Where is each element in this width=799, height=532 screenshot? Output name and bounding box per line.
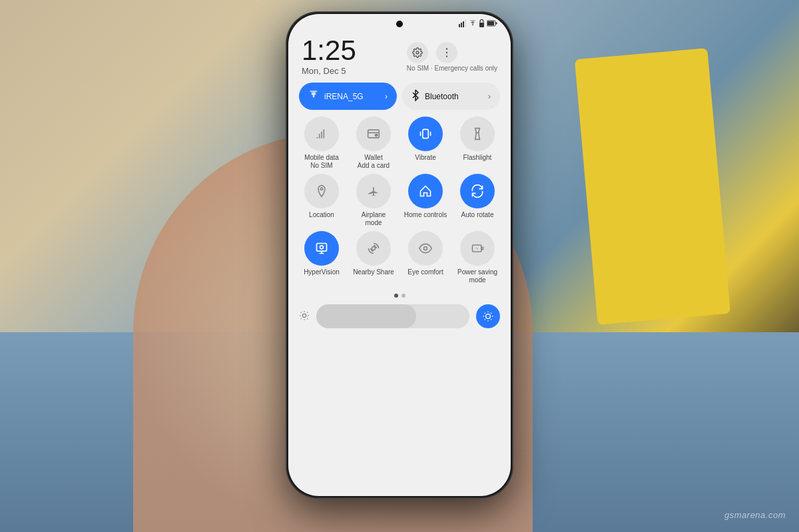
home-controls-label: Home controls — [404, 211, 447, 219]
bg-yellow-decor — [575, 48, 730, 325]
svg-point-15 — [320, 188, 322, 190]
wifi-tile-arrow: › — [385, 92, 388, 101]
mobile-data-label: Mobile dataNo SIM — [304, 154, 339, 170]
brightness-slider[interactable] — [316, 304, 469, 328]
battery-save-icon — [460, 231, 495, 266]
svg-rect-4 — [479, 23, 484, 27]
auto-rotate-tile[interactable]: Auto rotate — [453, 174, 501, 227]
wallet-tile[interactable]: WalletAdd a card — [350, 117, 398, 170]
eye-comfort-tile[interactable]: Eye comfort — [401, 231, 449, 284]
airplane-label: Airplanemode — [362, 211, 386, 227]
svg-point-21 — [302, 314, 306, 317]
svg-rect-12 — [368, 130, 380, 138]
svg-point-8 — [416, 51, 419, 54]
svg-rect-14 — [423, 129, 428, 138]
nearby-icon — [356, 231, 391, 266]
svg-point-10 — [446, 52, 447, 53]
more-options-button[interactable] — [436, 42, 457, 63]
sim-status: No SIM · Emergency calls only — [407, 65, 497, 72]
vibrate-tile[interactable]: Vibrate — [401, 117, 449, 170]
svg-rect-3 — [465, 19, 466, 27]
lock-icon — [479, 19, 485, 29]
dot-1 — [394, 294, 398, 298]
bluetooth-tile-arrow: › — [488, 92, 491, 101]
eye-icon — [408, 231, 443, 266]
home-icon — [408, 174, 443, 208]
camera-notch — [396, 21, 403, 27]
nearby-share-tile[interactable]: Nearby Share — [350, 231, 398, 284]
location-label: Location — [309, 211, 334, 219]
eye-comfort-label: Eye comfort — [407, 268, 443, 276]
power-saving-label: Power savingmode — [457, 268, 497, 284]
bluetooth-tile[interactable]: Bluetooth › — [402, 83, 500, 110]
wifi-status-icon — [469, 20, 477, 28]
phone-screen: 1:25 Mon, Dec 5 No SIM · Emergency calls… — [288, 14, 511, 496]
vibrate-icon — [408, 117, 443, 151]
brightness-bar — [299, 304, 500, 328]
quick-grid: Mobile dataNo SIM WalletAdd a card Vibra… — [288, 117, 511, 290]
hypervision-icon — [304, 231, 339, 266]
clock-left: 1:25 Mon, Dec 5 — [302, 37, 356, 76]
hypervision-tile[interactable]: HyperVision — [298, 231, 346, 284]
nearby-share-label: Nearby Share — [353, 268, 394, 276]
power-saving-tile[interactable]: Power savingmode — [453, 231, 501, 284]
airplane-tile[interactable]: Airplanemode — [350, 174, 398, 227]
wifi-tile-icon — [308, 91, 319, 103]
svg-point-17 — [320, 246, 324, 249]
clock-date: Mon, Dec 5 — [302, 66, 356, 76]
home-controls-tile[interactable]: Home controls — [401, 174, 449, 227]
wifi-tile-label: iRENA_5G — [324, 92, 380, 101]
wallet-icon — [356, 117, 391, 151]
svg-rect-7 — [496, 23, 497, 25]
brightness-fill — [316, 304, 416, 328]
wallet-label: WalletAdd a card — [358, 154, 390, 170]
svg-point-11 — [446, 55, 447, 57]
clock-actions — [407, 37, 497, 63]
location-tile[interactable]: Location — [298, 174, 346, 227]
clock-area: 1:25 Mon, Dec 5 No SIM · Emergency calls… — [288, 31, 511, 83]
svg-rect-2 — [463, 21, 464, 27]
signal-icon — [459, 19, 467, 29]
phone-body: 1:25 Mon, Dec 5 No SIM · Emergency calls… — [286, 12, 513, 498]
location-icon — [304, 174, 339, 208]
airplane-icon — [356, 174, 391, 208]
svg-rect-16 — [317, 244, 327, 252]
settings-button[interactable] — [407, 42, 428, 63]
svg-point-9 — [446, 48, 447, 49]
auto-rotate-label: Auto rotate — [461, 211, 494, 219]
brightness-min-icon — [299, 310, 310, 323]
bluetooth-tile-label: Bluetooth — [425, 92, 483, 101]
mobile-data-icon — [304, 117, 339, 151]
vibrate-label: Vibrate — [415, 154, 436, 162]
flashlight-tile[interactable]: Flashlight — [453, 117, 501, 170]
svg-rect-6 — [487, 21, 494, 25]
phone-wrapper: 1:25 Mon, Dec 5 No SIM · Emergency calls… — [286, 12, 513, 498]
svg-rect-0 — [459, 24, 460, 27]
flashlight-icon — [460, 117, 495, 151]
dot-2 — [401, 294, 405, 298]
mobile-data-tile[interactable]: Mobile dataNo SIM — [298, 117, 346, 170]
flashlight-label: Flashlight — [463, 154, 492, 162]
svg-point-18 — [372, 247, 376, 250]
watermark: gsmarena.com — [724, 510, 786, 520]
wifi-tile[interactable]: iRENA_5G › — [299, 83, 397, 110]
svg-point-19 — [424, 247, 427, 250]
status-icons — [459, 19, 497, 29]
bluetooth-tile-icon — [411, 89, 419, 103]
svg-rect-1 — [461, 23, 462, 27]
svg-point-22 — [486, 314, 491, 319]
hypervision-label: HyperVision — [304, 268, 340, 276]
quick-tiles-top: iRENA_5G › Bluetooth › — [288, 83, 511, 117]
battery-icon — [487, 20, 497, 28]
rotate-icon — [460, 174, 495, 208]
clock-time: 1:25 — [302, 37, 356, 65]
brightness-max-icon[interactable] — [476, 304, 500, 328]
svg-rect-13 — [376, 134, 378, 136]
pagination-dots — [288, 290, 511, 302]
